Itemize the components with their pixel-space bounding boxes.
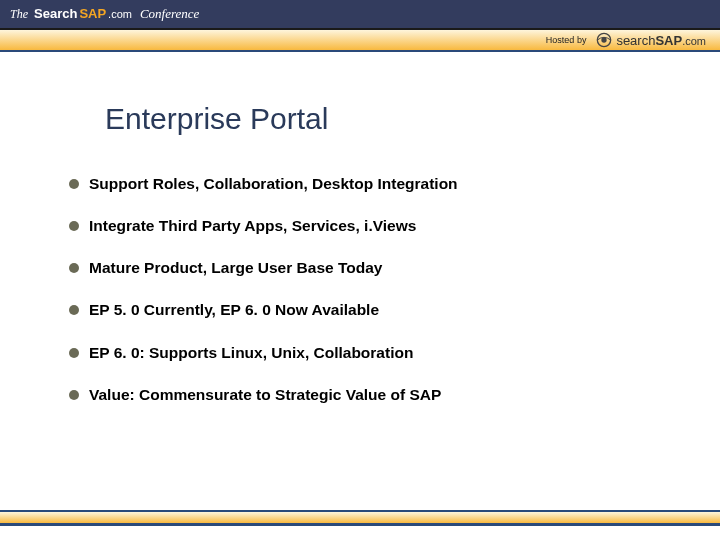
header-sap-word: SAP <box>79 6 106 21</box>
list-item: Mature Product, Large User Base Today <box>69 258 660 278</box>
logo-sap-word: SAP <box>655 33 682 48</box>
bullet-text: EP 5. 0 Currently, EP 6. 0 Now Available <box>89 300 379 320</box>
bullet-icon <box>69 221 79 231</box>
svg-point-1 <box>602 37 607 42</box>
bullet-icon <box>69 305 79 315</box>
bullet-text: Value: Commensurate to Strategic Value o… <box>89 385 441 405</box>
gold-band-top: Hosted by searchSAP.com <box>0 28 720 52</box>
bullet-icon <box>69 348 79 358</box>
header-search-word: Search <box>34 6 77 21</box>
sponsor-logo-text: searchSAP.com <box>616 33 706 48</box>
header-branding: The SearchSAP.com Conference <box>10 6 199 22</box>
list-item: Support Roles, Collaboration, Desktop In… <box>69 174 660 194</box>
bullet-text: EP 6. 0: Supports Linux, Unix, Collabora… <box>89 343 413 363</box>
bullet-text: Support Roles, Collaboration, Desktop In… <box>89 174 458 194</box>
sponsor-logo: searchSAP.com <box>596 32 706 48</box>
logo-com: .com <box>682 35 706 47</box>
bullet-text: Integrate Third Party Apps, Services, i.… <box>89 216 416 236</box>
list-item: Integrate Third Party Apps, Services, i.… <box>69 216 660 236</box>
list-item: EP 5. 0 Currently, EP 6. 0 Now Available <box>69 300 660 320</box>
header-conference-word: Conference <box>140 6 199 22</box>
list-item: EP 6. 0: Supports Linux, Unix, Collabora… <box>69 343 660 363</box>
eye-icon <box>596 32 612 48</box>
header-com: .com <box>108 8 132 20</box>
bullet-icon <box>69 179 79 189</box>
bullet-text: Mature Product, Large User Base Today <box>89 258 382 278</box>
bullet-icon <box>69 263 79 273</box>
gold-band-bottom <box>0 510 720 526</box>
slide-title: Enterprise Portal <box>105 102 660 136</box>
logo-search-word: search <box>616 33 655 48</box>
hosted-by-label: Hosted by <box>546 35 587 45</box>
list-item: Value: Commensurate to Strategic Value o… <box>69 385 660 405</box>
bullet-list: Support Roles, Collaboration, Desktop In… <box>69 174 660 405</box>
bullet-icon <box>69 390 79 400</box>
slide-content: Enterprise Portal Support Roles, Collabo… <box>0 52 720 405</box>
header-the: The <box>10 7 28 22</box>
header-bar: The SearchSAP.com Conference <box>0 0 720 28</box>
